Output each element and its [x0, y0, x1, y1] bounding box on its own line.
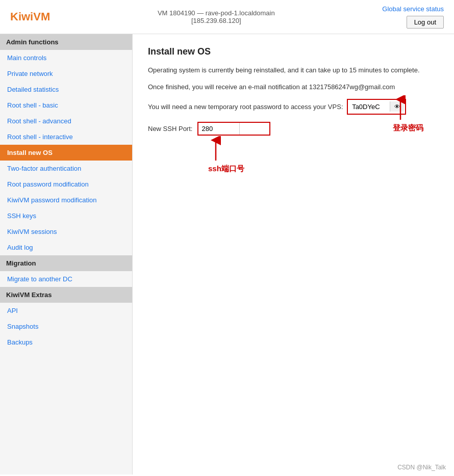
layout: Admin functionsMain controlsPrivate netw…	[0, 34, 454, 474]
sidebar-item-root-shell-basic[interactable]: Root shell - basic	[0, 97, 132, 113]
global-service-link[interactable]: Global service status	[382, 5, 444, 13]
ssh-up-arrow-icon	[208, 136, 223, 162]
page-title: Install new OS	[148, 46, 439, 57]
ssh-port-label: New SSH Port:	[148, 125, 192, 133]
sidebar-item-two-factor-auth[interactable]: Two-factor authentication	[0, 161, 132, 176]
sidebar-section-admin-functions: Admin functions	[0, 34, 132, 50]
vm-info: VM 1804190 — rave-pod-1.localdomain [185…	[158, 9, 275, 24]
sidebar-section-migration: Migration	[0, 255, 132, 271]
ssh-port-input[interactable]	[198, 123, 239, 135]
logo: KiwiVM	[10, 10, 50, 23]
footer-credit: CSDN @Nik_Talk	[397, 464, 446, 471]
sidebar-item-root-shell-advanced[interactable]: Root shell - advanced	[0, 113, 132, 129]
info3-prefix: You will need a new temporary root passw…	[148, 103, 343, 111]
vm-info-line2: [185.239.68.120]	[158, 17, 275, 24]
info-text-1: Operating system is currently being rein…	[148, 65, 439, 76]
vm-info-line1: VM 1804190 — rave-pod-1.localdomain	[158, 9, 275, 17]
logout-button[interactable]: Log out	[407, 16, 444, 29]
sidebar-item-main-controls[interactable]: Main controls	[0, 50, 132, 66]
sidebar-item-backups[interactable]: Backups	[0, 334, 132, 350]
sidebar-item-migrate-dc[interactable]: Migrate to another DC	[0, 271, 132, 287]
sidebar-item-kiwivm-sessions[interactable]: KiwiVM sessions	[0, 224, 132, 240]
sidebar-item-ssh-keys[interactable]: SSH keys	[0, 208, 132, 224]
sidebar-item-audit-log[interactable]: Audit log	[0, 240, 132, 255]
header: KiwiVM VM 1804190 — rave-pod-1.localdoma…	[0, 0, 454, 34]
annotation-area: New SSH Port: ssh端口号	[148, 122, 439, 136]
sidebar-item-install-new-os[interactable]: Install new OS	[0, 145, 132, 161]
sidebar-item-kiwivm-password-mod[interactable]: KiwiVM password modification	[0, 192, 132, 208]
ssh-port-wrapper	[197, 122, 270, 136]
sidebar-item-api[interactable]: API	[0, 303, 132, 319]
password-input[interactable]	[349, 101, 390, 113]
ssh-annotation-label: ssh端口号	[208, 164, 244, 174]
sidebar-item-root-shell-interactive[interactable]: Root shell - interactive	[0, 129, 132, 145]
main-content: Install new OS Operating system is curre…	[133, 34, 454, 474]
sidebar-item-private-network[interactable]: Private network	[0, 66, 132, 82]
sidebar-item-snapshots[interactable]: Snapshots	[0, 319, 132, 334]
pwd-arrow-container: 登录密码	[393, 95, 423, 133]
ssh-arrow-container: ssh端口号	[208, 136, 244, 174]
pwd-up-arrow-icon	[393, 95, 408, 121]
sidebar-item-root-password-mod[interactable]: Root password modification	[0, 176, 132, 192]
sidebar-item-detailed-statistics[interactable]: Detailed statistics	[0, 82, 132, 97]
info-text-2: Once finished, you will receive an e-mai…	[148, 82, 439, 93]
pwd-annotation-label: 登录密码	[393, 123, 423, 133]
header-right: Global service status Log out	[382, 5, 444, 29]
sidebar: Admin functionsMain controlsPrivate netw…	[0, 34, 133, 474]
sidebar-section-kiwivm-extras: KiwiVM Extras	[0, 287, 132, 303]
ssh-port-extra	[239, 123, 269, 135]
